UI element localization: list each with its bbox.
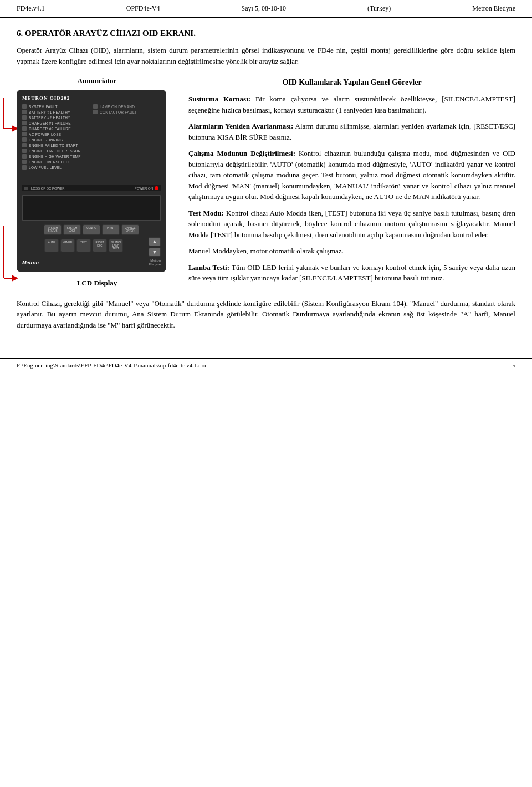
device-mode-button[interactable]: RESET ESC [93, 239, 107, 252]
alarm-list-right: LAMP ON DEMANDCONTACTOR FAULT [93, 104, 161, 182]
alarm-label: ENGINE FAILED TO START [29, 144, 78, 147]
alarm-label: SYSTEM FAULT [29, 105, 58, 109]
alarm-row-right [93, 129, 161, 134]
alarm-row-left: AC POWER LOSS [22, 132, 90, 136]
alarm-led [22, 143, 27, 147]
alarm-label: AC POWER LOSS [29, 132, 61, 136]
page-content: 6. OPERATÖR ARAYÜZ CİHAZI OID EKRANI. Op… [0, 18, 532, 347]
right-column: OID Kullanılarak Yapılan Genel Görevler … [188, 76, 515, 289]
calisma-label: Çalışma Modunun Değiştirilmesi: [188, 149, 295, 157]
alarm-row-left: ENGINE FAILED TO START [22, 143, 90, 147]
alarmlarin-label: Alarmların Yeniden Ayarlanması: [188, 122, 293, 130]
test-modu-section: Test Modu: Kontrol cihazı Auto Modda ike… [188, 208, 515, 241]
manuel-mod-section: Manuel Moddayken, motor otomatik olarak … [188, 246, 515, 257]
device-mode-button[interactable]: TEST [76, 239, 91, 252]
alarm-row-left: ENGINE OVERSPEED [22, 160, 90, 164]
alarm-row-right [93, 162, 161, 167]
device-wrapper: METRON OID202 SYSTEM FAULTBATTERY #1 HEA… [17, 90, 177, 272]
alarm-row-left: CHARGER #1 FAILURE [22, 121, 90, 125]
alarm-row-left: ENGINE RUNNING [22, 137, 90, 142]
alarm-row-right [93, 155, 161, 161]
device-mode-button[interactable]: SILENCE LAMP TEST [109, 239, 123, 252]
alarm-row-right [93, 135, 161, 141]
alarm-row-right: CONTACTOR FAULT [93, 110, 161, 114]
arrow-down-button[interactable]: ▼ [149, 248, 161, 257]
footer-left: F:\Engineering\Standards\EFP-FD4e\FD4e-V… [17, 362, 207, 369]
header-center: Sayı 5, 08-10-10 [242, 4, 286, 13]
susturma-label: Susturma Kornası: [188, 95, 250, 103]
two-col-layout: Annunciator [17, 76, 515, 289]
alarmlarin-section: Alarmların Yeniden Ayarlanması: Alarm du… [188, 121, 515, 142]
alarm-label: ENGINE RUNNING [29, 138, 63, 142]
bottom-paragraph: Kontrol Cihazı, gerektiği gibi "Manuel" … [17, 298, 515, 331]
alarm-row-left: CHARGER #2 FAILURE [22, 126, 90, 131]
alarm-row-right: LAMP ON DEMAND [93, 104, 161, 109]
alarm-label: LAMP ON DEMAND [100, 105, 135, 109]
buttons-row2: AUTOMANUALTESTRESET ESCSILENCE LAMP TEST [22, 239, 145, 252]
device-button[interactable]: SYSTEM STATUS [44, 224, 62, 235]
alarm-led [22, 126, 27, 131]
device-brand-label: METRON OID202 [22, 95, 161, 101]
alarm-list-left: SYSTEM FAULTBATTERY #1 HEALTHYBATTERY #2… [22, 104, 90, 182]
intro-paragraph: Operatör Arayüz Cihazı (OID), alarmların… [17, 45, 515, 67]
alarm-row-left: SYSTEM FAULT [22, 104, 90, 109]
alarm-led [22, 110, 27, 114]
test-modu-text: Kontrol cihazı Auto Modda iken, [TEST] b… [188, 209, 515, 239]
device-mode-button[interactable]: AUTO [44, 239, 59, 252]
alarm-label: ENGINE HIGH WATER TEMP [29, 155, 81, 159]
alarm-row-right [93, 115, 161, 121]
alarm-row-left: BATTERY #1 HEALTHY [22, 110, 90, 114]
annunciator-label: Annunciator [17, 76, 177, 85]
loss-text: LOSS OF DC POWER [31, 187, 65, 190]
alarm-row-right [93, 175, 161, 181]
alarm-label: ENGINE LOW OIL PRESSURE [29, 149, 83, 153]
device-button[interactable]: CONFIG [83, 224, 100, 235]
loss-bar: LOSS OF DC POWER POWER ON [22, 185, 161, 191]
alarm-led [22, 149, 27, 153]
alarm-led [22, 137, 27, 142]
oid-title: OID Kullanılarak Yapılan Genel Görevler [188, 76, 515, 88]
loss-led [24, 187, 28, 190]
alarm-panel: SYSTEM FAULTBATTERY #1 HEALTHYBATTERY #2… [22, 104, 161, 182]
test-modu-label: Test Modu: [188, 209, 224, 217]
alarm-led [22, 104, 27, 109]
section-title: OPERATÖR ARAYÜZ CİHAZI OID EKRANI. [25, 29, 196, 38]
lamba-testi-label: Lamba Testi: [188, 263, 229, 272]
alarm-row-left: ENGINE LOW OIL PRESSURE [22, 149, 90, 153]
left-column: Annunciator [17, 76, 177, 289]
metron-logo: Metron [22, 260, 39, 265]
alarm-row-left: LOW FUEL LEVEL [22, 165, 90, 170]
power-led [155, 186, 158, 190]
oid-device: METRON OID202 SYSTEM FAULTBATTERY #1 HEA… [17, 90, 166, 272]
alarm-row-left: ENGINE HIGH WATER TEMP [22, 154, 90, 159]
alarm-row-right [93, 149, 161, 154]
power-text: POWER ON [135, 187, 153, 190]
alarm-row-right [93, 168, 161, 174]
alarm-label: LOW FUEL LEVEL [29, 166, 62, 170]
arrow-up-button[interactable]: ▲ [149, 237, 161, 246]
annunciator-arrow-svg [1, 95, 18, 140]
section-heading: 6. OPERATÖR ARAYÜZ CİHAZI OID EKRANI. [17, 29, 515, 38]
alarm-row-right [93, 122, 161, 127]
lcd-display-label: LCD Display [17, 279, 177, 288]
page-header: FD4e.v4.1 OPFD4e-V4 Sayı 5, 08-10-10 (Tu… [0, 0, 532, 18]
footer-right: 5 [513, 362, 516, 369]
alarm-led [22, 154, 27, 159]
alarm-label: BATTERY #1 HEALTHY [29, 110, 70, 114]
arrow-buttons[interactable]: ▲ ▼ [149, 237, 161, 257]
device-button[interactable]: SYSTEM LOGS [63, 224, 81, 235]
alarm-label: BATTERY #2 HEALTHY [29, 116, 70, 120]
alarm-row-right [93, 142, 161, 147]
header-right: Metron Eledyne [472, 4, 515, 13]
alarm-led [22, 165, 27, 170]
alarm-led [22, 115, 27, 120]
alarm-led [22, 160, 27, 164]
lamba-testi-text: Tüm OID LED lerini yakmak ve bunları ve … [188, 263, 515, 283]
section-number: 6. [17, 29, 23, 38]
alarm-label: CHARGER #1 FAILURE [29, 121, 71, 125]
alarm-led [93, 110, 98, 114]
device-button[interactable]: CHANGE ENTER [121, 224, 139, 235]
device-button[interactable]: PRINT [102, 224, 120, 235]
device-mode-button[interactable]: MANUAL [60, 239, 75, 252]
header-center-right: (Turkey) [367, 4, 391, 13]
